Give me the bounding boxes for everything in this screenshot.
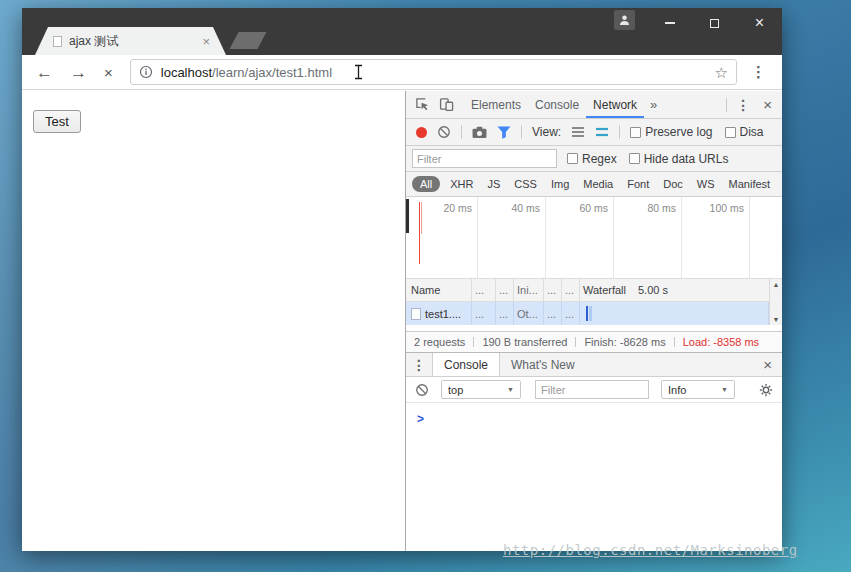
scroll-down-icon[interactable]: ▼ <box>773 316 780 323</box>
console-settings-gear-icon[interactable] <box>759 383 773 397</box>
waterfall-bar <box>586 306 588 321</box>
request-name: test1.... <box>425 308 461 320</box>
column-waterfall[interactable]: Waterfall 5.00 s <box>580 279 769 301</box>
bookmark-star-icon[interactable]: ☆ <box>715 65 728 80</box>
close-window-button[interactable]: × <box>737 8 782 38</box>
filter-funnel-icon[interactable] <box>497 126 511 139</box>
browser-menu-icon[interactable]: ⋮ <box>751 63 766 81</box>
devtools-tabbar: Elements Console Network » ⋮ × <box>406 91 782 119</box>
omnibox[interactable]: localhost/learn/ajax/test1.html ☆ <box>130 59 737 85</box>
watermark: http://blog.csdn.net/Marksinoberg <box>503 542 798 558</box>
column-5[interactable]: ... <box>544 279 562 301</box>
column-initiator[interactable]: Ini... <box>514 279 544 301</box>
filter-pill-img[interactable]: Img <box>547 176 573 192</box>
record-icon[interactable] <box>416 127 427 138</box>
maximize-button[interactable] <box>692 8 737 38</box>
filter-pill-js[interactable]: JS <box>483 176 504 192</box>
tab-title: ajax 测试 <box>69 33 196 50</box>
stop-icon[interactable]: × <box>104 65 113 80</box>
column-3[interactable]: ... <box>496 279 514 301</box>
inspect-element-icon[interactable] <box>415 97 430 112</box>
filter-pill-xhr[interactable]: XHR <box>446 176 477 192</box>
maximize-icon <box>710 19 719 28</box>
divider <box>473 337 474 347</box>
filter-pill-media[interactable]: Media <box>579 176 617 192</box>
type-filter-row: All XHR JS CSS Img Media Font Doc WS Man… <box>406 172 782 197</box>
devtools-close-icon[interactable]: × <box>759 96 782 113</box>
request-name-cell: test1.... <box>406 302 472 325</box>
console-filter-input[interactable] <box>535 380 649 399</box>
window-controls: × <box>647 8 782 38</box>
back-icon[interactable]: ← <box>36 64 53 81</box>
filter-pill-other[interactable]: Other <box>780 176 782 192</box>
network-filter-input[interactable] <box>412 149 557 168</box>
filter-pill-doc[interactable]: Doc <box>659 176 687 192</box>
divider <box>461 125 462 139</box>
filter-pill-font[interactable]: Font <box>623 176 653 192</box>
hide-data-urls-checkbox[interactable] <box>629 153 640 164</box>
tab-favicon-icon <box>53 36 62 47</box>
small-rows-icon[interactable] <box>571 126 585 138</box>
column-2[interactable]: ... <box>472 279 496 301</box>
preserve-log-checkbox[interactable] <box>630 127 641 138</box>
titlebar[interactable]: ajax 测试 × × <box>22 8 782 55</box>
hide-data-urls-label: Hide data URLs <box>644 152 729 166</box>
new-tab-button[interactable] <box>229 32 266 49</box>
request-initiator: Ot... <box>514 302 544 325</box>
drawer-tab-whats-new[interactable]: What's New <box>500 353 586 376</box>
url-host: localhost <box>161 65 212 80</box>
summary-transferred: 190 B transferred <box>482 336 567 348</box>
chevron-down-icon: ▼ <box>507 386 514 393</box>
filter-pill-ws[interactable]: WS <box>693 176 719 192</box>
console-clear-icon[interactable] <box>415 383 429 397</box>
waterfall-scale: 5.00 s <box>638 284 668 296</box>
screenshot-camera-icon[interactable] <box>472 126 487 139</box>
request-cell: ... <box>562 302 580 325</box>
web-page: Test <box>22 91 405 551</box>
console-body[interactable]: > <box>406 403 782 551</box>
filter-pill-css[interactable]: CSS <box>510 176 541 192</box>
drawer-menu-icon[interactable]: ⋮ <box>406 357 432 373</box>
tab-close-icon[interactable]: × <box>202 35 210 48</box>
overview-handle <box>406 199 409 233</box>
large-rows-icon[interactable] <box>595 126 609 138</box>
table-scrollbar[interactable]: ▲ ▼ <box>769 279 782 325</box>
minimize-button[interactable] <box>647 8 692 38</box>
tab-console[interactable]: Console <box>528 91 586 118</box>
gridline <box>681 197 682 278</box>
browser-tab[interactable]: ajax 测试 × <box>35 27 226 55</box>
request-row[interactable]: test1.... ... ... Ot... ... ... <box>406 302 782 325</box>
network-toolbar: View: Preserve log Disa <box>406 119 782 146</box>
filter-pill-all[interactable]: All <box>412 176 440 192</box>
execution-context-select[interactable]: top ▼ <box>441 380 521 399</box>
clear-icon[interactable] <box>437 125 451 139</box>
timeline-tick: 60 ms <box>548 202 608 214</box>
column-6[interactable]: ... <box>562 279 580 301</box>
forward-icon[interactable]: → <box>70 64 87 81</box>
column-name[interactable]: Name <box>406 279 472 301</box>
scroll-up-icon[interactable]: ▲ <box>773 281 780 288</box>
drawer-close-icon[interactable]: × <box>759 356 782 373</box>
gridline <box>613 197 614 278</box>
more-tabs-icon[interactable]: » <box>650 97 657 112</box>
tab-network[interactable]: Network <box>586 91 644 118</box>
tab-elements[interactable]: Elements <box>464 91 528 118</box>
page-info-icon[interactable] <box>139 65 153 79</box>
divider <box>521 125 522 139</box>
chevron-down-icon: ▼ <box>721 386 728 393</box>
log-level-select[interactable]: Info ▼ <box>661 380 735 399</box>
test-button[interactable]: Test <box>33 110 81 133</box>
profile-avatar[interactable] <box>614 10 635 30</box>
devtools-menu-icon[interactable]: ⋮ <box>727 97 759 113</box>
timeline-tick: 80 ms <box>616 202 676 214</box>
drawer-tab-console[interactable]: Console <box>432 353 500 376</box>
device-toolbar-icon[interactable] <box>439 97 454 112</box>
summary-requests: 2 requests <box>414 336 465 348</box>
regex-checkbox[interactable] <box>567 153 578 164</box>
console-toolbar: top ▼ Info ▼ <box>406 377 782 403</box>
text-cursor-icon <box>354 64 363 80</box>
timeline-event-marker <box>419 202 420 264</box>
disable-cache-checkbox[interactable] <box>725 127 736 138</box>
filter-pill-manifest[interactable]: Manifest <box>725 176 775 192</box>
network-timeline: 20 ms 40 ms 60 ms 80 ms 100 ms <box>406 197 782 279</box>
